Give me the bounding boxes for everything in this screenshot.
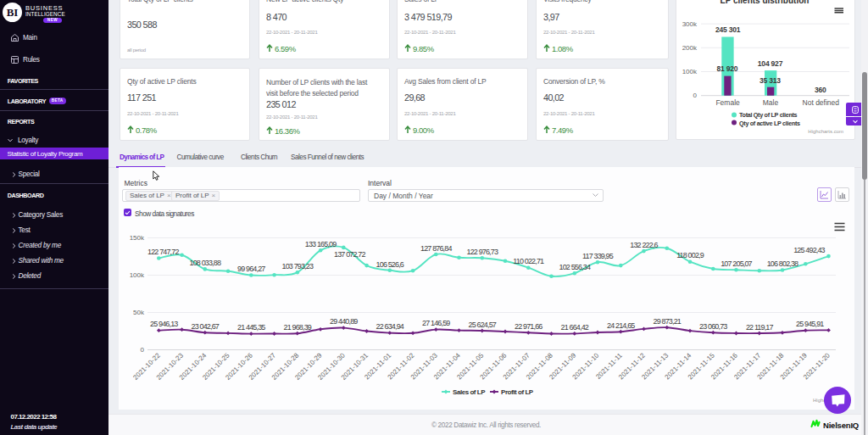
svg-text:NielsenIQ: NielsenIQ — [823, 421, 859, 430]
